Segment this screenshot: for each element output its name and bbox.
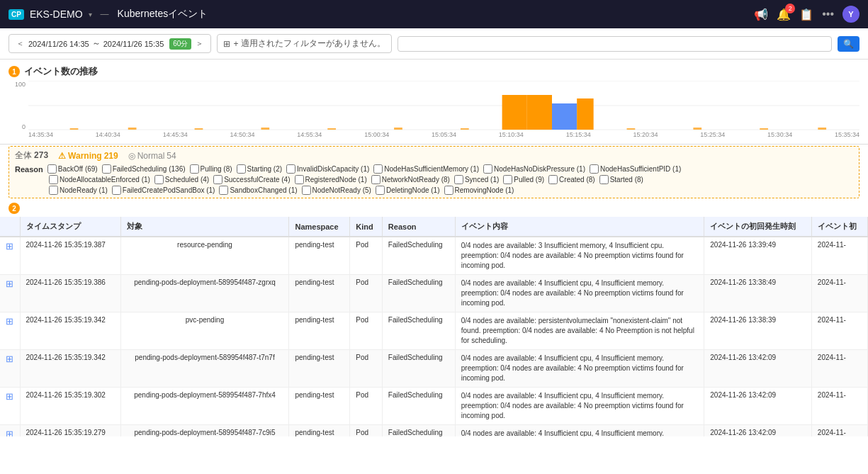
reason-successfulcreate-checkbox[interactable] [213, 175, 222, 184]
x-axis: 14:35:34 14:40:34 14:45:34 14:50:34 14:5… [28, 131, 859, 138]
table-row: ⊞ 2024-11-26 15:35:19.302 pending-pods-d… [0, 388, 868, 425]
prev-time-button[interactable]: ＜ [15, 38, 26, 49]
reason-pulled-checkbox[interactable] [503, 175, 512, 184]
reason-synced-checkbox[interactable] [454, 175, 463, 184]
reason-sandboxchanged-checkbox[interactable] [219, 186, 228, 195]
reason-created[interactable]: Created (8) [548, 175, 595, 184]
row-icon-cell: ⊞ [0, 312, 20, 350]
reason-scheduled-checkbox[interactable] [154, 175, 164, 184]
filter-button[interactable]: ⊞ + 適用されたフィルターがありません。 [217, 34, 392, 53]
reason-nodenotready-checkbox[interactable] [302, 186, 311, 195]
svg-rect-14 [627, 128, 636, 130]
next-time-button[interactable]: ＞ [194, 38, 205, 49]
reason-invaliddisk-checkbox[interactable] [286, 164, 295, 174]
row-timestamp: 2024-11-26 15:35:19.302 [20, 388, 120, 425]
row-content: 0/4 nodes are available: 4 Insufficient … [455, 275, 704, 312]
reason-nodeallocatable-checkbox[interactable] [49, 175, 58, 184]
row-expand-icon[interactable]: ⊞ [6, 278, 13, 289]
reason-nodeready[interactable]: NodeReady (1) [49, 186, 108, 195]
reason-started[interactable]: Started (8) [599, 175, 643, 184]
reason-networknotready-checkbox[interactable] [371, 175, 381, 184]
row-expand-icon[interactable]: ⊞ [6, 241, 13, 252]
reason-nodehassufpid[interactable]: NodeHasNoDiskPressure (1) [483, 164, 585, 174]
project-dropdown-icon[interactable]: ▾ [89, 11, 92, 18]
megaphone-icon[interactable]: 📢 [754, 8, 768, 21]
reason-nodehassufpid2-checkbox[interactable] [590, 164, 599, 174]
reason-nodenotready[interactable]: NodeNotReady (5) [302, 186, 371, 195]
row-timestamp: 2024-11-26 15:35:19.342 [20, 350, 120, 388]
reason-starting-checkbox[interactable] [237, 164, 246, 174]
row-reason: FailedScheduling [382, 237, 455, 275]
row-expand-icon[interactable]: ⊞ [6, 391, 13, 402]
svg-rect-12 [552, 103, 577, 130]
notification-icon[interactable]: 🔔 2 [777, 8, 791, 21]
row-namespace: pending-test [289, 237, 350, 275]
reason-successfulcreate[interactable]: SuccessfulCreate (4) [213, 175, 290, 184]
row-expand-icon[interactable]: ⊞ [6, 354, 13, 364]
col-kind: Kind [350, 217, 383, 237]
x-label-9: 15:20:34 [633, 131, 658, 138]
page-title: Kubernetesイベント [118, 8, 208, 21]
reason-nodehassufmem[interactable]: NodeHasSufficientMemory (1) [373, 164, 479, 174]
x-label-11: 15:30:34 [767, 131, 792, 138]
row-reason: FailedScheduling [382, 388, 455, 425]
reason-registerednode[interactable]: RegisteredNode (1) [295, 175, 367, 184]
row-icon-cell: ⊞ [0, 350, 20, 388]
reason-scheduled[interactable]: Scheduled (4) [154, 175, 209, 184]
row-content: 0/4 nodes are available: 4 Insufficient … [455, 425, 704, 437]
reason-starting[interactable]: Starting (2) [237, 164, 282, 174]
reason-deletingnode[interactable]: DeletingNode (1) [376, 186, 440, 195]
search-button[interactable]: 🔍 [838, 36, 859, 52]
x-label-2: 14:45:34 [163, 131, 188, 138]
reason-pulling-checkbox[interactable] [190, 164, 199, 174]
reason-removingnode[interactable]: RemovingNode (1) [444, 186, 514, 195]
avatar[interactable]: Y [842, 6, 859, 23]
row-expand-icon[interactable]: ⊞ [6, 429, 13, 436]
reason-synced[interactable]: Synced (1) [454, 175, 499, 184]
col-icon [0, 217, 20, 237]
time-start: 2024/11/26 14:35 [28, 40, 89, 48]
reason-failedscheduling-checkbox[interactable] [102, 164, 111, 174]
svg-rect-7 [327, 128, 336, 130]
row-timestamp: 2024-11-26 15:35:19.386 [20, 275, 120, 312]
svg-rect-13 [577, 98, 593, 130]
row-icon-cell: ⊞ [0, 425, 20, 437]
clipboard-icon[interactable]: 📋 [799, 8, 813, 21]
reason-registerednode-checkbox[interactable] [295, 175, 304, 184]
reason-nodehassufpid2[interactable]: NodeHasSufficientPID (1) [590, 164, 681, 174]
reason-started-checkbox[interactable] [599, 175, 609, 184]
row-expand-icon[interactable]: ⊞ [6, 316, 13, 327]
reason-nodeallocatable[interactable]: NodeAllocatableEnforced (1) [49, 175, 150, 184]
search-input[interactable] [398, 36, 832, 52]
row-icon-cell: ⊞ [0, 388, 20, 425]
section2-header: 2 [0, 200, 868, 217]
reason-deletingnode-checkbox[interactable] [376, 186, 385, 195]
reason-pulled[interactable]: Pulled (9) [503, 175, 544, 184]
row-first-occurrence: 2024-11-26 13:42:09 [704, 350, 812, 388]
reason-nodehassufmem-checkbox[interactable] [373, 164, 383, 174]
row-first-occurrence: 2024-11-26 13:38:49 [704, 275, 812, 312]
reason-invaliddiskcapacity[interactable]: InvalidDiskCapacity (1) [286, 164, 369, 174]
row-reason: FailedScheduling [382, 275, 455, 312]
reason-created-checkbox[interactable] [548, 175, 558, 184]
reason-backoff-checkbox[interactable] [47, 164, 57, 174]
reason-removingnode-checkbox[interactable] [444, 186, 453, 195]
table-body: ⊞ 2024-11-26 15:35:19.387 resource-pendi… [0, 237, 868, 436]
logo-badge: CP [9, 9, 24, 20]
reason-nodeready-checkbox[interactable] [49, 186, 58, 195]
col-namespace: Namespace [289, 217, 350, 237]
reason-nodehassufpid-checkbox[interactable] [483, 164, 492, 174]
reason-pulling[interactable]: Pulling (8) [190, 164, 232, 174]
reason-failedcreatepodsandbox-checkbox[interactable] [112, 186, 121, 195]
reason-sandboxchanged[interactable]: SandboxChanged (1) [219, 186, 297, 195]
reason-backoff[interactable]: BackOff (69) [47, 164, 98, 174]
table-container[interactable]: タイムスタンプ 対象 Namespace Kind Reason イベント内容 … [0, 217, 868, 436]
x-label-7: 15:10:34 [499, 131, 524, 138]
x-label-4: 14:55:34 [297, 131, 322, 138]
row-namespace: pending-test [289, 350, 350, 388]
reason-failedcreatepodsandbox[interactable]: FailedCreatePodSandBox (1) [112, 186, 215, 195]
stats-reason-container: 全体 273 ⚠ Warning 219 ◎ Normal 54 Reason … [9, 146, 859, 198]
reason-networknotready[interactable]: NetworkNotReady (8) [371, 175, 450, 184]
reason-failedscheduling[interactable]: FailedScheduling (136) [102, 164, 186, 174]
more-icon[interactable]: ••• [822, 8, 834, 21]
